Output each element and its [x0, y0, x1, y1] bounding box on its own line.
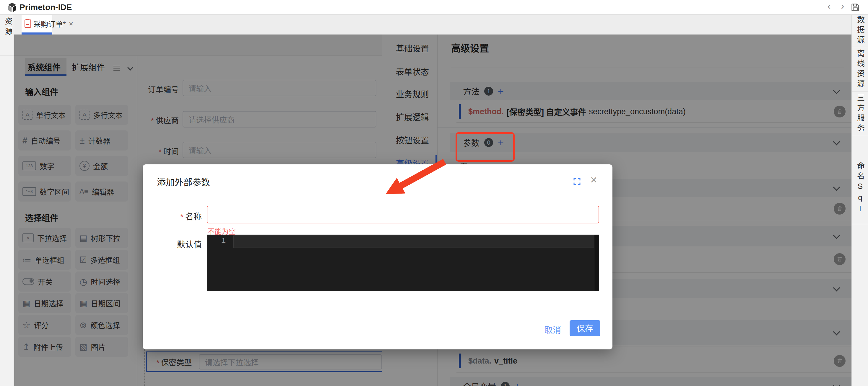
cancel-button[interactable]: 取消 [545, 324, 561, 336]
dialog-title: 添加外部参数 [157, 175, 210, 188]
rail-divider [0, 56, 14, 56]
rail-item-offline-resources[interactable]: 离线资源 [852, 47, 868, 92]
rail-item-resources[interactable]: 资源 [3, 17, 13, 37]
rail-item-named-sql[interactable]: 命名Sql [852, 136, 868, 224]
label-text: 默认值 [177, 240, 202, 249]
default-value-code-editor[interactable]: 1 [207, 235, 599, 291]
nav-forward-icon[interactable]: › [837, 1, 848, 11]
save-button[interactable]: 保存 [569, 320, 600, 336]
editor-line-number: 1 [214, 236, 226, 245]
rail-item-label: 离线资源 [855, 49, 866, 90]
editor-active-line [234, 236, 594, 248]
annotation-highlight-box [456, 132, 515, 162]
app-header: Primeton-IDE ‹ › [0, 0, 868, 15]
app-logo [6, 2, 18, 13]
required-mark: * [180, 212, 183, 221]
left-rail: 资源 [0, 15, 14, 386]
default-value-label: 默认值 [155, 238, 202, 250]
editor-scrollbar[interactable] [594, 235, 599, 291]
rail-item-label: 三方服务 [855, 94, 866, 134]
rail-item-label: 命名Sql [855, 162, 866, 215]
rail-item-thirdparty-services[interactable]: 三方服务 [852, 92, 868, 136]
name-input[interactable] [207, 206, 599, 223]
tab-close-icon[interactable]: × [69, 19, 73, 28]
close-icon[interactable]: × [590, 173, 597, 186]
tab-title: 采购订单* [33, 18, 66, 29]
add-external-param-dialog: 添加外部参数 × *名称 不能为空 默认值 1 取消 保存 [143, 164, 613, 349]
name-field-label: *名称 [155, 210, 202, 222]
rail-item-datasource[interactable]: 数据源 [852, 15, 868, 47]
right-rail: 数据源 离线资源 三方服务 命名Sql [851, 15, 868, 386]
save-icon[interactable] [850, 2, 860, 12]
tab-active-underline [22, 32, 52, 35]
tab-purchase-order[interactable]: 采购订单* × [22, 15, 52, 32]
nav-back-icon[interactable]: ‹ [823, 1, 835, 11]
rail-item-label: 数据源 [855, 15, 866, 46]
fullscreen-icon[interactable] [572, 177, 582, 186]
app-title: Primeton-IDE [20, 3, 72, 12]
tab-bar: 采购订单* × [14, 15, 851, 35]
label-text: 名称 [185, 212, 202, 221]
form-file-icon [25, 20, 31, 28]
